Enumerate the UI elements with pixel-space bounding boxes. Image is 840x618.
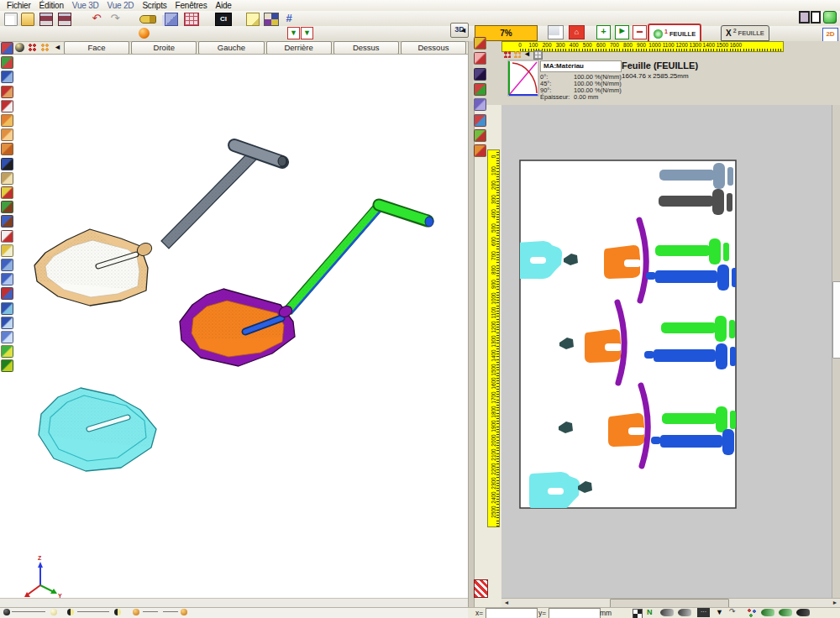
sidebar-tool-icon[interactable] bbox=[1, 317, 13, 329]
sheet-tool-icon[interactable] bbox=[474, 114, 486, 127]
dropdown-icon[interactable]: ▼ bbox=[716, 608, 723, 616]
options-icon[interactable]: ··· bbox=[697, 608, 710, 617]
table-icon[interactable] bbox=[184, 13, 199, 26]
red-points-icon-2d[interactable] bbox=[503, 50, 511, 58]
sidebar-tool-icon[interactable] bbox=[1, 128, 13, 141]
ci-badge-icon[interactable]: CI bbox=[215, 13, 232, 26]
split-view-icon[interactable] bbox=[799, 11, 821, 24]
light-knob-icon[interactable] bbox=[67, 609, 74, 615]
tab-feuille-2[interactable]: X 2 FEUILLE bbox=[721, 25, 769, 41]
sidebar-tool-icon[interactable] bbox=[1, 273, 13, 285]
green-status-button[interactable] bbox=[823, 11, 837, 24]
sheet-tool-icon[interactable] bbox=[474, 129, 486, 142]
tool-swoosh-icon[interactable] bbox=[761, 609, 774, 616]
sidebar-tool-icon[interactable] bbox=[1, 287, 13, 300]
sidebar-tool-icon[interactable] bbox=[1, 42, 13, 55]
sidebar-tool-icon[interactable] bbox=[1, 143, 13, 155]
orange-points-icon[interactable] bbox=[40, 43, 50, 52]
sheet-tool-icon[interactable] bbox=[474, 98, 486, 111]
undo-icon[interactable]: ↶ bbox=[91, 13, 102, 24]
menu-item-vue-3d[interactable]: Vue 3D bbox=[68, 1, 103, 10]
back-arrow-icon-2d[interactable]: ◄ bbox=[523, 50, 531, 57]
render-sphere-icon[interactable] bbox=[139, 28, 150, 39]
add-sheet-icon[interactable]: + bbox=[596, 25, 611, 39]
view-button-gauche[interactable]: Gauche bbox=[198, 41, 264, 55]
save-icon[interactable] bbox=[39, 13, 53, 26]
vertical-scrollbar-thumb[interactable] bbox=[832, 281, 840, 359]
sheet-marker-icon[interactable] bbox=[474, 579, 488, 598]
sidebar-tool-icon[interactable] bbox=[1, 345, 13, 358]
view-button-face[interactable]: Face bbox=[64, 41, 129, 55]
tool-swoosh-icon[interactable] bbox=[678, 609, 691, 616]
slider-track[interactable] bbox=[77, 611, 109, 612]
menu-item-aide[interactable]: Aide bbox=[211, 1, 235, 10]
menu-item-scripts[interactable]: Scripts bbox=[138, 1, 171, 10]
grid-icon[interactable]: # bbox=[283, 13, 295, 24]
tool-swoosh-icon[interactable] bbox=[779, 609, 792, 616]
sidebar-tool-icon[interactable] bbox=[1, 302, 13, 315]
copy-layers-icon[interactable] bbox=[165, 13, 178, 26]
scroll-right-icon[interactable]: ► bbox=[831, 599, 839, 606]
sidebar-tool-icon[interactable] bbox=[1, 201, 13, 213]
material-name-field[interactable]: MA:Matériau bbox=[540, 60, 622, 72]
remove-sheet-icon[interactable]: ▬ bbox=[633, 25, 647, 39]
next-sheet-icon[interactable]: ▶ bbox=[615, 25, 629, 39]
new-document-icon[interactable] bbox=[4, 13, 18, 26]
light-knob-icon[interactable] bbox=[3, 609, 10, 615]
sidebar-tool-icon[interactable] bbox=[1, 359, 13, 372]
menu-item-fenetres[interactable]: Fenêtres bbox=[171, 1, 212, 10]
save-all-icon[interactable] bbox=[58, 13, 71, 26]
x-coordinate-input[interactable] bbox=[486, 608, 538, 618]
open-folder-icon[interactable] bbox=[21, 13, 34, 26]
orange-points-icon-2d[interactable] bbox=[513, 50, 521, 58]
scroll-left-icon[interactable]: ◄ bbox=[502, 599, 511, 606]
tool-swoosh-icon[interactable] bbox=[796, 609, 810, 616]
sidebar-tool-icon[interactable] bbox=[1, 158, 13, 170]
sidebar-tool-icon[interactable] bbox=[1, 186, 13, 199]
collapse-pane-icon[interactable]: ◄ bbox=[459, 26, 467, 34]
home-sheet-icon[interactable]: ⌂ bbox=[569, 25, 585, 39]
mesh-grid-icon-2d[interactable] bbox=[533, 50, 543, 60]
view-button-dessus[interactable]: Dessus bbox=[333, 41, 399, 55]
sheet-tool-icon[interactable] bbox=[474, 52, 486, 65]
redo-icon[interactable]: ↷ bbox=[109, 13, 121, 24]
nesting-canvas[interactable] bbox=[501, 105, 832, 598]
note-icon[interactable] bbox=[246, 13, 260, 26]
back-arrow-icon[interactable]: ◄ bbox=[53, 43, 62, 52]
sidebar-tool-icon[interactable] bbox=[1, 230, 13, 243]
view-button-derriere[interactable]: Derrière bbox=[266, 41, 332, 55]
sidebar-tool-icon[interactable] bbox=[1, 215, 13, 228]
view-button-droite[interactable]: Droite bbox=[131, 41, 197, 55]
sidebar-tool-icon[interactable] bbox=[1, 114, 13, 127]
shading-mode-icon[interactable] bbox=[15, 43, 24, 52]
sidebar-tool-icon[interactable] bbox=[1, 331, 13, 343]
menu-item-vue-2d[interactable]: Vue 2D bbox=[103, 1, 139, 10]
slider-track[interactable] bbox=[12, 611, 45, 612]
light-knob-icon[interactable] bbox=[181, 609, 187, 615]
viewport-3d[interactable]: Z Y X bbox=[0, 54, 468, 599]
slider-track[interactable] bbox=[143, 611, 158, 612]
export-sheet-icon[interactable]: ▼ bbox=[301, 27, 313, 39]
light-knob-icon[interactable] bbox=[114, 609, 121, 615]
menu-item-edition[interactable]: Édition bbox=[35, 1, 68, 10]
light-knob-icon[interactable] bbox=[133, 609, 139, 615]
sidebar-tool-icon[interactable] bbox=[1, 259, 13, 271]
sidebar-tool-icon[interactable] bbox=[1, 56, 13, 69]
sheet-tool-icon[interactable] bbox=[474, 83, 486, 96]
import-sheet-icon[interactable]: ▼ bbox=[287, 27, 300, 39]
nesting-flag-icon[interactable]: N bbox=[647, 608, 653, 616]
view-button-dessous[interactable]: Dessous bbox=[401, 41, 466, 55]
y-coordinate-input[interactable] bbox=[549, 608, 601, 618]
light-knob-icon[interactable] bbox=[50, 609, 57, 615]
key-icon[interactable] bbox=[139, 15, 156, 24]
slider-track[interactable] bbox=[163, 611, 178, 612]
tool-swoosh-icon[interactable] bbox=[660, 609, 674, 616]
view-2d-button[interactable]: 2D bbox=[822, 28, 838, 42]
curve-icon[interactable]: ↷ bbox=[729, 607, 736, 615]
palette-icon[interactable] bbox=[264, 13, 279, 26]
points-icon[interactable] bbox=[748, 609, 756, 617]
checker-icon[interactable] bbox=[633, 609, 643, 618]
sheet-tool-icon[interactable] bbox=[474, 144, 486, 157]
sidebar-tool-icon[interactable] bbox=[1, 100, 13, 113]
image-preview-icon[interactable] bbox=[548, 25, 564, 39]
